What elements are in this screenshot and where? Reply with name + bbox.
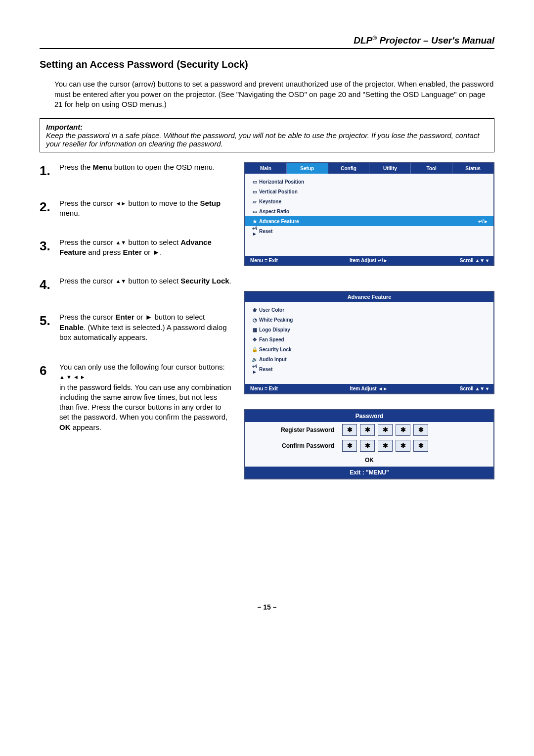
osd-item: ◔White Peaking xyxy=(245,315,493,325)
peaking-icon: ◔ xyxy=(250,317,259,323)
osd-setup-menu: Main Setup Config Utility Tool Status ▭H… xyxy=(244,162,494,266)
step-4: 4. Press the cursor ▲▼ button to select … xyxy=(40,276,232,293)
osd-title: Advance Feature xyxy=(245,292,493,302)
osd-footer: Menu = Exit Item Adjust ◄► Scroll ▲▼ ▾ xyxy=(245,384,493,393)
osd-tab-utility: Utility xyxy=(369,163,411,174)
step-number: 6 xyxy=(40,362,54,432)
step-5: 5. Press the cursor Enter or ► button to… xyxy=(40,312,232,342)
step-text: Press the cursor Enter or ► button to se… xyxy=(59,312,232,342)
reset-icon: ↵/► xyxy=(250,226,259,236)
step-number: 4. xyxy=(40,276,54,293)
osd-item: ▭Aspect Ratio xyxy=(245,206,493,216)
confirm-password-label: Confirm Password xyxy=(250,442,339,449)
keystone-icon: ▱ xyxy=(250,199,259,204)
reset-icon: ↵/► xyxy=(250,364,259,375)
step-3: 3. Press the cursor ▲▼ button to select … xyxy=(40,237,232,258)
password-char: ✱ xyxy=(360,440,375,452)
aspect-icon: ▭ xyxy=(250,209,259,214)
password-char: ✱ xyxy=(342,424,357,436)
star-icon: ★ xyxy=(250,219,259,224)
password-ok: OK xyxy=(245,454,493,467)
osd-footer-exit: Menu = Exit xyxy=(250,258,278,263)
confirm-password-row: Confirm Password ✱ ✱ ✱ ✱ ✱ xyxy=(245,438,493,454)
step-number: 5. xyxy=(40,312,54,342)
hpos-icon: ▭ xyxy=(250,179,259,185)
step-text: Press the Menu button to open the OSD me… xyxy=(59,162,215,180)
osd-advance-feature-menu: Advance Feature ❀User Color ◔White Peaki… xyxy=(244,291,494,394)
document-header: DLP® Projector – User's Manual xyxy=(40,35,494,49)
osd-tab-main: Main xyxy=(245,163,287,174)
osd-item: ▱Keystone xyxy=(245,196,493,206)
step-number: 1. xyxy=(40,162,54,180)
step-6: 6 You can only use the following four cu… xyxy=(40,362,232,432)
color-icon: ❀ xyxy=(250,307,259,313)
osd-item: ↵/►Reset xyxy=(245,364,493,374)
step-number: 2. xyxy=(40,198,54,219)
osd-item-advance-feature: ★Advance Feature↵/► xyxy=(245,216,493,226)
intro-paragraph: You can use the cursor (arrow) buttons t… xyxy=(54,79,494,109)
osd-tabs: Main Setup Config Utility Tool Status xyxy=(245,163,493,174)
header-brand: DLP xyxy=(354,35,372,46)
password-char: ✱ xyxy=(360,424,375,436)
step-2: 2. Press the cursor ◄► button to move to… xyxy=(40,198,232,219)
four-arrows-icon: ▲ ▼ ◄ ► xyxy=(59,374,86,381)
osd-tab-status: Status xyxy=(452,163,493,174)
step-1: 1. Press the Menu button to open the OSD… xyxy=(40,162,232,180)
password-char: ✱ xyxy=(342,440,357,452)
osd-tab-setup: Setup xyxy=(287,163,328,174)
password-char: ✱ xyxy=(378,440,393,452)
osd-footer-adjust: Item Adjust ◄► xyxy=(350,386,388,391)
step-text: Press the cursor ◄► button to move to th… xyxy=(59,198,232,219)
step-number: 3. xyxy=(40,237,54,258)
osd-item: 🔉Audio input xyxy=(245,354,493,364)
vpos-icon: ▭ xyxy=(250,189,259,194)
step-text: Press the cursor ▲▼ button to select Sec… xyxy=(59,276,231,293)
osd-item: ▭Vertical Position xyxy=(245,187,493,196)
lock-icon: 🔒 xyxy=(250,347,259,352)
password-char: ✱ xyxy=(413,424,428,436)
logo-icon: ▦ xyxy=(250,327,259,332)
password-exit-hint: Exit : "MENU" xyxy=(245,467,493,478)
important-note: Important: Keep the password in a safe p… xyxy=(40,118,494,152)
password-char: ✱ xyxy=(396,440,410,452)
header-subtitle: Projector – User's Manual xyxy=(377,35,494,46)
osd-footer-scroll: Scroll ▲▼ ▾ xyxy=(460,386,489,391)
header-title: DLP® Projector – User's Manual xyxy=(354,35,494,46)
osd-footer-scroll: Scroll ▲▼ ▾ xyxy=(460,258,489,263)
password-dialog: Password Register Password ✱ ✱ ✱ ✱ ✱ Con… xyxy=(244,409,494,479)
osd-item: ▦Logo Display xyxy=(245,325,493,334)
password-char: ✱ xyxy=(396,424,410,436)
section-title: Setting an Access Password (Security Loc… xyxy=(40,59,494,70)
fan-icon: ✥ xyxy=(250,337,259,342)
osd-footer-adjust: Item Adjust ↵/► xyxy=(350,258,388,263)
password-char: ✱ xyxy=(413,440,428,452)
up-down-arrow-icon: ▲▼ xyxy=(115,239,126,246)
figures-column: Main Setup Config Utility Tool Status ▭H… xyxy=(244,162,494,479)
audio-icon: 🔉 xyxy=(250,357,259,362)
osd-footer-exit: Menu = Exit xyxy=(250,386,278,391)
important-label: Important: xyxy=(46,123,488,131)
step-text: Press the cursor ▲▼ button to select Adv… xyxy=(59,237,232,258)
register-password-label: Register Password xyxy=(250,426,339,433)
important-body: Keep the password in a safe place. Witho… xyxy=(46,131,488,148)
osd-item: ✥Fan Speed xyxy=(245,334,493,344)
osd-item: ↵/►Reset xyxy=(245,226,493,236)
osd-item-security-lock: 🔒Security Lock xyxy=(245,344,493,354)
osd-tab-tool: Tool xyxy=(411,163,452,174)
step-text: You can only use the following four curs… xyxy=(59,362,232,432)
osd-item: ▭Horizontal Position xyxy=(245,177,493,187)
steps-column: 1. Press the Menu button to open the OSD… xyxy=(40,162,232,451)
osd-item: ❀User Color xyxy=(245,305,493,315)
password-title: Password xyxy=(245,410,493,422)
page-number: – 15 – xyxy=(40,603,494,611)
osd-footer: Menu = Exit Item Adjust ↵/► Scroll ▲▼ ▾ xyxy=(245,256,493,265)
password-char: ✱ xyxy=(378,424,393,436)
register-password-row: Register Password ✱ ✱ ✱ ✱ ✱ xyxy=(245,422,493,438)
left-right-arrow-icon: ◄► xyxy=(115,200,126,207)
osd-tab-config: Config xyxy=(328,163,370,174)
up-down-arrow-icon: ▲▼ xyxy=(115,278,126,285)
